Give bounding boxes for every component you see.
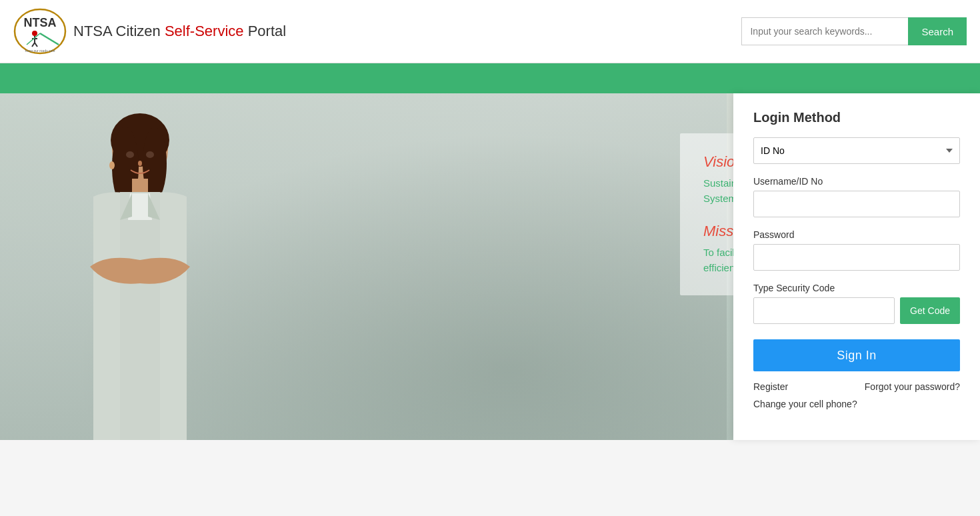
security-code-input[interactable] — [753, 297, 895, 324]
sign-in-button[interactable]: Sign In — [753, 339, 960, 371]
svg-text:Keep our roads safe: Keep our roads safe — [25, 49, 55, 53]
svg-point-17 — [146, 151, 154, 158]
search-button[interactable]: Search — [908, 17, 967, 45]
password-group: Password — [753, 229, 960, 271]
security-code-label: Type Security Code — [753, 283, 960, 293]
header: NTSA Keep our roads safe NTSA Citizen Se… — [0, 0, 980, 63]
login-method-heading: Login Method — [753, 110, 960, 125]
security-code-group: Type Security Code Get Code — [753, 283, 960, 324]
password-input[interactable] — [753, 244, 960, 271]
svg-text:NTSA: NTSA — [24, 16, 57, 29]
security-code-row: Get Code — [753, 297, 960, 324]
search-area: Search — [741, 17, 967, 45]
svg-point-2 — [32, 31, 37, 36]
main-content: Vision: Sustainable and Safe Road Transp… — [0, 93, 980, 440]
username-input[interactable] — [753, 191, 960, 217]
get-code-button[interactable]: Get Code — [900, 297, 960, 324]
svg-point-19 — [109, 161, 115, 169]
svg-point-16 — [126, 151, 134, 158]
register-link[interactable]: Register — [753, 381, 788, 392]
username-label: Username/ID No — [753, 176, 960, 187]
links-row: Register Forgot your password? — [753, 381, 960, 392]
password-label: Password — [753, 229, 960, 240]
svg-line-7 — [40, 33, 59, 45]
login-panel: Login Method ID No Username Email Userna… — [733, 93, 980, 440]
woman-figure — [53, 113, 227, 440]
ntsa-logo: NTSA Keep our roads safe — [13, 8, 67, 55]
search-input[interactable] — [741, 17, 908, 45]
username-group: Username/ID No — [753, 176, 960, 217]
logo-area: NTSA Keep our roads safe NTSA Citizen Se… — [13, 8, 286, 55]
change-phone-row: Change your cell phone? — [753, 399, 960, 409]
svg-rect-15 — [120, 192, 160, 440]
svg-point-18 — [138, 161, 142, 166]
login-method-group: ID No Username Email — [753, 137, 960, 164]
site-title: NTSA Citizen Self-Service Portal — [73, 23, 286, 40]
nav-bar — [0, 63, 980, 93]
forgot-password-link[interactable]: Forgot your password? — [865, 381, 960, 392]
login-method-select[interactable]: ID No Username Email — [753, 137, 960, 164]
svg-line-6 — [35, 43, 37, 47]
change-phone-link[interactable]: Change your cell phone? — [753, 399, 857, 409]
